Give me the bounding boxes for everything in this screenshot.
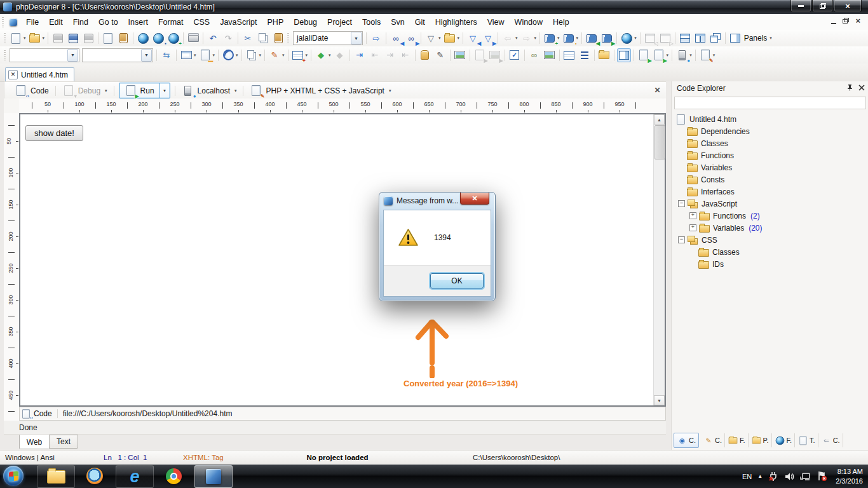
tree-item-dependencies[interactable]: Dependencies bbox=[674, 125, 867, 137]
scroll-up-icon[interactable]: ▲ bbox=[654, 114, 665, 125]
save-all[interactable] bbox=[81, 31, 96, 45]
todo-tab[interactable]: T. bbox=[795, 433, 818, 447]
redo[interactable]: ↷ bbox=[220, 31, 236, 45]
run-on-server-icon[interactable]: ● bbox=[675, 49, 688, 62]
expand-icon[interactable]: + bbox=[689, 224, 696, 231]
restore-button[interactable] bbox=[812, 0, 833, 12]
menu-svn[interactable]: Svn bbox=[386, 15, 410, 29]
close-all-files-icon[interactable] bbox=[117, 32, 130, 44]
save-to-remote-icon[interactable]: ▪ bbox=[152, 32, 165, 44]
open-in-browser[interactable]: ▾ bbox=[619, 31, 638, 45]
code-view-button[interactable]: ‹›Code bbox=[10, 83, 54, 98]
new-file[interactable]: ▾ bbox=[8, 31, 27, 45]
style-combobox[interactable]: ▼ bbox=[10, 48, 79, 62]
insert-div[interactable] bbox=[597, 48, 612, 62]
copy-as-html[interactable]: ▾ bbox=[244, 48, 263, 62]
split-vertical-icon[interactable] bbox=[694, 32, 707, 44]
menu-php[interactable]: PHP bbox=[262, 15, 289, 29]
insert-div-icon[interactable] bbox=[598, 49, 611, 62]
panel-splitter[interactable] bbox=[666, 81, 671, 450]
save-file-icon[interactable] bbox=[51, 32, 64, 44]
start-button[interactable] bbox=[3, 466, 24, 486]
code-view-label[interactable]: Code bbox=[34, 409, 52, 418]
split-horizontal-icon[interactable] bbox=[679, 32, 691, 44]
tab-web[interactable]: Web bbox=[19, 435, 50, 449]
localhost-button[interactable]: ●Localhost▾ bbox=[177, 83, 242, 98]
menu-find[interactable]: Find bbox=[68, 15, 93, 29]
expand-icon[interactable]: + bbox=[689, 212, 696, 219]
image-viewer[interactable] bbox=[452, 48, 468, 62]
page-properties-icon[interactable]: ▬ bbox=[199, 49, 212, 62]
panels-icon[interactable] bbox=[729, 32, 742, 44]
code-view-button-icon[interactable]: ‹› bbox=[15, 85, 27, 97]
tree-item-css[interactable]: −CSS bbox=[674, 234, 867, 246]
syntax-mode-button-icon[interactable]: ✎ bbox=[250, 85, 262, 97]
insert-table[interactable] bbox=[562, 48, 577, 62]
find-filter-icon[interactable]: ▽ bbox=[424, 32, 437, 44]
toggle-preview[interactable] bbox=[616, 48, 632, 62]
file-explorer-tab[interactable]: F. bbox=[725, 433, 749, 447]
navigate-back[interactable]: ⇦▾ bbox=[500, 31, 519, 45]
next-window[interactable]: ▷ bbox=[658, 31, 673, 45]
next-window-icon[interactable]: ▷ bbox=[659, 32, 672, 44]
cut[interactable]: ✂ bbox=[240, 31, 255, 45]
copy-as-html-icon[interactable] bbox=[245, 49, 258, 62]
indent-icon[interactable]: ⇥ bbox=[353, 49, 366, 62]
menu-insert[interactable]: Insert bbox=[123, 15, 153, 29]
insert-table-icon[interactable] bbox=[563, 49, 576, 62]
previous-window[interactable]: ◁ bbox=[642, 31, 658, 45]
tab-untitled-4[interactable]: ✕ Untitled 4.htm bbox=[5, 67, 74, 81]
menu-javascript[interactable]: JavaScript bbox=[215, 15, 262, 29]
menu-highlighters[interactable]: Highlighters bbox=[430, 15, 482, 29]
unindent-selection-icon[interactable]: ⇤ bbox=[399, 49, 412, 62]
insert-form-icon[interactable] bbox=[180, 49, 193, 62]
image-viewer-icon[interactable] bbox=[454, 49, 466, 62]
clock[interactable]: 8:13 AM 2/3/2016 bbox=[836, 467, 865, 486]
run-button-dropdown[interactable]: ▾ bbox=[159, 83, 170, 98]
insert-image[interactable] bbox=[542, 48, 557, 62]
power-icon[interactable] bbox=[768, 471, 778, 482]
panels[interactable]: Panels▾ bbox=[728, 31, 773, 45]
pan-mode[interactable] bbox=[417, 48, 433, 62]
toggle-preview-icon[interactable] bbox=[618, 49, 630, 62]
filter-next-icon[interactable]: ▽▶ bbox=[482, 32, 494, 44]
validate-document-icon[interactable] bbox=[508, 49, 521, 62]
print-icon[interactable] bbox=[187, 32, 200, 44]
syntax-check-all[interactable]: ◆ bbox=[332, 48, 348, 62]
tree-item-interfaces[interactable]: Interfaces bbox=[674, 186, 867, 198]
find-next-icon[interactable]: ∞▶ bbox=[405, 32, 417, 44]
scrollbar-thumb[interactable] bbox=[654, 125, 665, 159]
toolbar-grip[interactable] bbox=[4, 50, 6, 60]
run-file[interactable]: ▶▾ bbox=[651, 48, 670, 62]
copy[interactable] bbox=[255, 31, 271, 45]
page-properties[interactable]: ▬▾ bbox=[198, 48, 217, 62]
syntax-check-all-icon[interactable]: ◆ bbox=[334, 49, 346, 62]
toolbar-grip[interactable] bbox=[287, 33, 289, 43]
show-date-button[interactable]: show date! bbox=[25, 125, 83, 141]
debug-button-icon[interactable]: ▾ bbox=[62, 85, 75, 97]
syntax-check-icon[interactable]: ◆ bbox=[315, 49, 327, 62]
indent[interactable]: ⇥ bbox=[352, 48, 367, 62]
menu-help[interactable]: Help bbox=[548, 15, 574, 29]
navigate-forward[interactable]: ⇨▾ bbox=[519, 31, 538, 45]
undo-icon[interactable]: ↶ bbox=[207, 32, 219, 44]
run-file-icon[interactable]: ▶ bbox=[653, 49, 665, 62]
volume-icon[interactable] bbox=[784, 471, 794, 482]
insert-list-icon[interactable] bbox=[578, 49, 591, 62]
chevron-down-icon[interactable]: ▼ bbox=[141, 49, 152, 62]
toolbar-grip[interactable] bbox=[4, 33, 6, 43]
previous-bookmark[interactable]: ◀ bbox=[584, 31, 599, 45]
open-file[interactable]: ▾ bbox=[27, 31, 46, 45]
unindent-icon[interactable]: ⇤ bbox=[369, 49, 381, 62]
find-next[interactable]: ∞▶ bbox=[403, 31, 419, 45]
unindent-selection[interactable]: ⇤ bbox=[398, 48, 413, 62]
format-painter[interactable]: ✎▾ bbox=[267, 48, 286, 62]
filter-next[interactable]: ▽▶ bbox=[480, 31, 496, 45]
menu-git[interactable]: Git bbox=[410, 15, 430, 29]
insert-link[interactable]: ∞ bbox=[527, 48, 542, 62]
cascade-windows[interactable] bbox=[708, 31, 723, 45]
insert-image-icon[interactable] bbox=[543, 49, 556, 62]
save-file-as[interactable]: ▫ bbox=[65, 31, 81, 45]
taskbar-phpdesigner-button[interactable] bbox=[194, 465, 233, 488]
pin-icon[interactable] bbox=[846, 84, 853, 91]
